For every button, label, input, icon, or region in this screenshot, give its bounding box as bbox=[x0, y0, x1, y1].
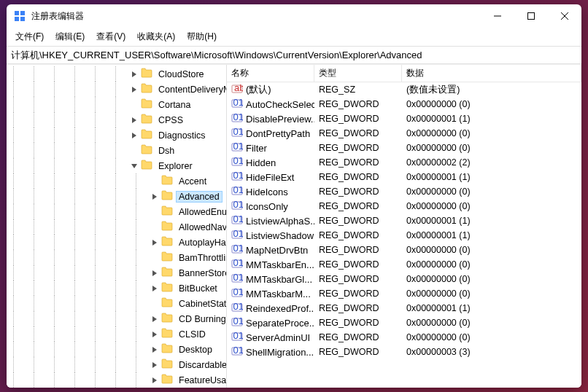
expand-icon[interactable] bbox=[150, 332, 160, 337]
tree-item[interactable]: Discardable bbox=[7, 357, 226, 372]
value-data: 0x00000000 (0) bbox=[402, 187, 581, 197]
value-row[interactable]: 011ListviewShadowREG_DWORD0x00000001 (1) bbox=[227, 228, 581, 243]
svg-text:011: 011 bbox=[233, 331, 244, 341]
tree-item[interactable]: Advanced bbox=[7, 189, 226, 204]
tree-item[interactable]: BannerStore bbox=[7, 265, 226, 281]
tree-item[interactable]: AllowedNaviga bbox=[7, 219, 226, 235]
folder-icon bbox=[160, 374, 176, 386]
tree-item[interactable]: Diagnostics bbox=[7, 128, 226, 143]
svg-text:011: 011 bbox=[233, 156, 244, 166]
tree-item[interactable]: AllowedEnume bbox=[7, 204, 226, 219]
maximize-button[interactable] bbox=[514, 4, 548, 28]
value-icon: 011 bbox=[231, 273, 246, 286]
folder-icon bbox=[139, 144, 155, 157]
expand-icon[interactable] bbox=[150, 316, 160, 322]
value-type: REG_DWORD bbox=[314, 128, 402, 138]
expand-icon[interactable] bbox=[150, 362, 160, 368]
value-icon: 011 bbox=[231, 258, 246, 272]
value-name: IconsOnly bbox=[246, 201, 288, 212]
column-type[interactable]: 类型 bbox=[314, 65, 402, 82]
value-row[interactable]: 011AutoCheckSelectREG_DWORD0x00000000 (0… bbox=[227, 97, 581, 111]
value-row[interactable]: 011FilterREG_DWORD0x00000000 (0) bbox=[227, 141, 581, 155]
expand-icon[interactable] bbox=[129, 71, 139, 77]
value-name: ListviewAlphaS... bbox=[246, 216, 314, 227]
tree-item[interactable]: Accent bbox=[7, 173, 226, 189]
menu-favorites[interactable]: 收藏夹(A) bbox=[131, 29, 181, 44]
tree-pane[interactable]: CloudStoreContentDeliveryMCortanaCPSSDia… bbox=[7, 65, 227, 388]
value-row[interactable]: 011MMTaskbarEn...REG_DWORD0x00000000 (0) bbox=[227, 257, 581, 272]
value-name: (默认) bbox=[246, 83, 271, 96]
value-row[interactable]: 011HideIconsREG_DWORD0x00000000 (0) bbox=[227, 184, 581, 199]
tree-item[interactable]: CabinetState bbox=[7, 296, 226, 311]
value-row[interactable]: 011ServerAdminUIREG_DWORD0x00000000 (0) bbox=[227, 330, 581, 345]
value-row[interactable]: 011DisablePreview...REG_DWORD0x00000001 … bbox=[227, 111, 581, 126]
svg-text:011: 011 bbox=[233, 316, 244, 326]
value-type: REG_DWORD bbox=[314, 143, 402, 153]
tree-item[interactable]: Explorer bbox=[7, 158, 226, 173]
value-row[interactable]: 011MMTaskbarM...REG_DWORD0x00000000 (0) bbox=[227, 286, 581, 301]
expand-icon[interactable] bbox=[129, 117, 139, 123]
tree-item[interactable]: ContentDeliveryM bbox=[7, 82, 226, 97]
svg-text:011: 011 bbox=[233, 170, 244, 181]
expand-icon[interactable] bbox=[150, 377, 160, 383]
list-pane[interactable]: 名称 类型 数据 ab(默认)REG_SZ(数值未设置)011AutoCheck… bbox=[227, 65, 581, 388]
tree-label: FeatureUsage bbox=[176, 375, 227, 386]
menu-file[interactable]: 文件(F) bbox=[9, 29, 50, 44]
value-row[interactable]: 011HiddenREG_DWORD0x00000002 (2) bbox=[227, 155, 581, 170]
expand-icon[interactable] bbox=[129, 87, 139, 93]
expand-icon[interactable] bbox=[129, 163, 139, 169]
tree-item[interactable]: CLSID bbox=[7, 326, 226, 342]
svg-text:011: 011 bbox=[233, 127, 244, 137]
tree-item[interactable]: Cortana bbox=[7, 97, 226, 112]
value-row[interactable]: 011HideFileExtREG_DWORD0x00000001 (1) bbox=[227, 170, 581, 184]
value-data: 0x00000001 (1) bbox=[402, 230, 581, 240]
address-bar[interactable]: 计算机\HKEY_CURRENT_USER\Software\Microsoft… bbox=[7, 47, 581, 64]
value-row[interactable]: ab(默认)REG_SZ(数值未设置) bbox=[227, 82, 581, 97]
expand-icon[interactable] bbox=[129, 133, 139, 138]
value-row[interactable]: 011ReindexedProf...REG_DWORD0x00000001 (… bbox=[227, 301, 581, 315]
expand-icon[interactable] bbox=[150, 240, 160, 246]
column-data[interactable]: 数据 bbox=[402, 65, 581, 82]
minimize-button[interactable] bbox=[481, 4, 514, 28]
expand-icon[interactable] bbox=[150, 286, 160, 291]
column-name[interactable]: 名称 bbox=[227, 65, 314, 82]
value-type: REG_SZ bbox=[314, 85, 402, 95]
tree-label: Diagnostics bbox=[155, 130, 209, 141]
value-icon: 011 bbox=[231, 243, 246, 257]
value-name: MMTaskbarM... bbox=[246, 289, 311, 299]
tree-item[interactable]: BamThrottling bbox=[7, 250, 226, 265]
titlebar[interactable]: 注册表编辑器 bbox=[7, 4, 581, 28]
value-row[interactable]: 011ListviewAlphaS...REG_DWORD0x00000001 … bbox=[227, 213, 581, 228]
value-row[interactable]: 011IconsOnlyREG_DWORD0x00000000 (0) bbox=[227, 199, 581, 213]
tree-item[interactable]: AutoplayHand bbox=[7, 235, 226, 250]
value-row[interactable]: 011MapNetDrvBtnREG_DWORD0x00000000 (0) bbox=[227, 243, 581, 257]
folder-icon bbox=[160, 328, 176, 340]
menu-view[interactable]: 查看(V) bbox=[90, 29, 131, 44]
close-button[interactable] bbox=[548, 4, 581, 28]
value-type: REG_DWORD bbox=[314, 187, 402, 197]
expand-icon[interactable] bbox=[150, 270, 160, 276]
tree-label: BitBucket bbox=[176, 283, 220, 294]
expand-icon[interactable] bbox=[150, 194, 160, 200]
value-row[interactable]: 011ShellMigration...REG_DWORD0x00000003 … bbox=[227, 345, 581, 359]
value-data: 0x00000000 (0) bbox=[402, 143, 581, 153]
tree-item[interactable]: FeatureUsage bbox=[7, 372, 226, 388]
tree-item[interactable]: Dsh bbox=[7, 143, 226, 158]
tree-item[interactable]: BitBucket bbox=[7, 281, 226, 296]
value-row[interactable]: 011MMTaskbarGl...REG_DWORD0x00000000 (0) bbox=[227, 272, 581, 286]
app-icon bbox=[14, 10, 26, 22]
tree-item[interactable]: CPSS bbox=[7, 112, 226, 128]
value-data: 0x00000000 (0) bbox=[402, 128, 581, 138]
svg-text:011: 011 bbox=[233, 287, 244, 297]
svg-rect-5 bbox=[528, 13, 535, 20]
tree-label: AutoplayHand bbox=[176, 237, 227, 248]
value-row[interactable]: 011DontPrettyPathREG_DWORD0x00000000 (0) bbox=[227, 126, 581, 141]
value-row[interactable]: 011SeparateProce...REG_DWORD0x00000000 (… bbox=[227, 315, 581, 330]
tree-item[interactable]: Desktop bbox=[7, 342, 226, 357]
expand-icon[interactable] bbox=[150, 347, 160, 353]
tree-item[interactable]: CD Burning bbox=[7, 311, 226, 326]
menu-edit[interactable]: 编辑(E) bbox=[50, 29, 90, 44]
menu-help[interactable]: 帮助(H) bbox=[181, 29, 223, 44]
tree-item[interactable]: CloudStore bbox=[7, 66, 226, 82]
value-type: REG_DWORD bbox=[314, 347, 402, 357]
